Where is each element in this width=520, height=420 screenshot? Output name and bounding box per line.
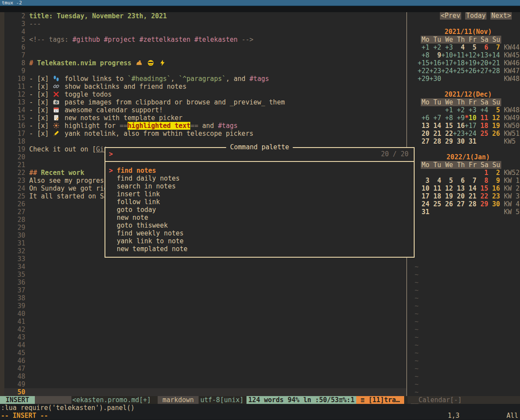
editor-line[interactable]: 16- [x] highlight for ==highlighted text… — [4, 122, 406, 130]
editor-line[interactable]: 45 — [4, 349, 406, 357]
editor-line[interactable]: 34 — [4, 263, 406, 271]
editor-line[interactable]: 38 — [4, 294, 406, 302]
palette-item[interactable]: follow link — [105, 198, 414, 206]
calendar-day[interactable]: 25 — [476, 130, 488, 138]
calendar-day[interactable]: +2 — [429, 44, 441, 51]
editor-line[interactable]: 2title: Tuesday, November 23th, 2021 — [4, 12, 406, 20]
calendar-day[interactable]: +20 — [476, 59, 488, 67]
calendar-day[interactable]: 6 — [453, 177, 465, 185]
calendar-day[interactable]: 17 — [418, 192, 429, 200]
editor-line[interactable]: 41 — [4, 318, 406, 326]
calendar-day[interactable]: +22 — [418, 67, 429, 75]
calendar-day[interactable]: 3 — [418, 177, 429, 185]
calendar-day[interactable]: +17 — [465, 122, 476, 130]
calendar-day[interactable]: +3 — [441, 44, 453, 51]
calendar-day[interactable]: 23 — [488, 192, 500, 200]
palette-item[interactable]: find daily notes — [105, 175, 414, 182]
calendar-day[interactable]: 27 — [418, 138, 429, 145]
calendar-day[interactable]: +27 — [476, 67, 488, 75]
editor-line[interactable]: 10- [x] follow links to `#headings`, `^p… — [4, 75, 406, 83]
calendar-day[interactable]: +30 — [429, 75, 441, 83]
calendar-day[interactable]: 30 — [453, 138, 465, 145]
calendar-button-prev[interactable]: <Prev — [440, 12, 461, 20]
palette-item[interactable]: search in notes — [105, 182, 414, 190]
calendar-day[interactable]: 25 — [429, 200, 441, 208]
editor-line[interactable]: 37 — [4, 286, 406, 294]
palette-item[interactable]: new note — [105, 214, 414, 222]
calendar-day[interactable]: +25 — [453, 67, 465, 75]
calendar-day[interactable]: 13 — [453, 185, 465, 192]
editor-line[interactable]: 7 — [4, 51, 406, 59]
calendar-day[interactable]: 27 — [453, 200, 465, 208]
calendar-day[interactable]: 1 — [476, 169, 488, 177]
palette-item[interactable]: >find notes — [105, 167, 414, 175]
editor-line[interactable]: 13- [x] paste images from clipboard or b… — [4, 98, 406, 106]
calendar-day[interactable]: 6 — [476, 44, 488, 51]
calendar-day[interactable]: 31 — [465, 138, 476, 145]
command-line[interactable]: :lua require('telekasten').panel() — [0, 404, 520, 412]
calendar-day[interactable]: 31 — [418, 208, 429, 216]
calendar-day[interactable]: +9 — [453, 114, 465, 122]
calendar-day[interactable]: 15 — [441, 122, 453, 130]
calendar-day[interactable]: 26 — [441, 200, 453, 208]
editor-line[interactable]: 11- [x] show backlinks and friend notes — [4, 83, 406, 91]
calendar-day[interactable]: +3 — [465, 106, 476, 114]
calendar-day[interactable]: +2 — [453, 106, 465, 114]
calendar-day[interactable]: +7 — [429, 114, 441, 122]
calendar-day[interactable]: 5 — [465, 44, 476, 51]
calendar-day[interactable]: 19 — [488, 122, 500, 130]
calendar-day[interactable]: +10 — [441, 51, 453, 59]
calendar-day[interactable]: +26 — [465, 67, 476, 75]
editor-line[interactable]: 8# Telekasten.nvim progress — [4, 59, 406, 67]
calendar-day[interactable]: +14 — [488, 51, 500, 59]
calendar-day[interactable]: 8 — [476, 177, 488, 185]
editor-line[interactable]: 46 — [4, 357, 406, 365]
calendar-day[interactable]: +6 — [418, 114, 429, 122]
command-palette[interactable]: Command palette > 20 / 20 >find notesfin… — [105, 147, 415, 258]
palette-item[interactable]: new templated note — [105, 245, 414, 253]
calendar-day[interactable]: 24 — [418, 200, 429, 208]
editor-line[interactable]: 35 — [4, 271, 406, 279]
calendar-day[interactable]: 28 — [465, 200, 476, 208]
calendar-day[interactable]: 9 — [429, 51, 441, 59]
editor-line[interactable]: 14- [x] 17 awesome calendar support! — [4, 106, 406, 114]
calendar-day[interactable]: 18 — [476, 122, 488, 130]
editor-line[interactable]: 49 — [4, 380, 406, 388]
calendar-day[interactable]: 7 — [488, 44, 500, 51]
calendar-day[interactable]: 4 — [429, 177, 441, 185]
editor-line[interactable]: 5<!-- tags: #github #project #zettelkast… — [4, 36, 406, 44]
calendar-day[interactable]: 11 — [429, 185, 441, 192]
palette-item[interactable]: goto today — [105, 206, 414, 214]
calendar-day[interactable]: +1 — [418, 44, 429, 51]
calendar-day[interactable]: +1 — [441, 106, 453, 114]
calendar-pane[interactable]: <PrevTodayNext> 2021/11(Nov)Mo Tu We Th … — [408, 12, 520, 396]
calendar-day[interactable]: 18 — [429, 192, 441, 200]
calendar-day[interactable]: +12 — [465, 51, 476, 59]
palette-item[interactable]: insert link — [105, 190, 414, 198]
calendar-day[interactable]: +24 — [441, 67, 453, 75]
calendar-day[interactable]: 13 — [418, 122, 429, 130]
calendar-day[interactable]: 21 — [429, 130, 441, 138]
calendar-day[interactable]: 4 — [453, 44, 465, 51]
calendar-day[interactable]: +28 — [488, 67, 500, 75]
calendar-day[interactable]: +19 — [465, 59, 476, 67]
calendar-day[interactable]: 19 — [441, 192, 453, 200]
editor-line[interactable]: 9 — [4, 67, 406, 75]
calendar-day[interactable]: 2 — [488, 169, 500, 177]
editor-line[interactable]: 4 — [4, 28, 406, 36]
calendar-day[interactable]: +24 — [465, 130, 476, 138]
calendar-day[interactable]: 16 — [488, 185, 500, 192]
calendar-day[interactable]: +17 — [441, 59, 453, 67]
editor-line[interactable]: 36 — [4, 279, 406, 286]
calendar-day[interactable]: 16 — [453, 122, 465, 130]
tabs-segment[interactable]: [11]tra… — [356, 396, 404, 404]
calendar-day[interactable]: +8 — [441, 114, 453, 122]
calendar-day[interactable]: 20 — [453, 192, 465, 200]
editor-line[interactable]: 12- [x] toggle todos — [4, 91, 406, 98]
palette-search-input[interactable]: > 20 / 20 — [105, 148, 414, 162]
calendar-day[interactable]: 7 — [465, 177, 476, 185]
calendar-day[interactable]: 14 — [429, 122, 441, 130]
calendar-day[interactable]: +21 — [488, 59, 500, 67]
calendar-day[interactable]: +23 — [429, 67, 441, 75]
calendar-day[interactable]: 22 — [476, 192, 488, 200]
